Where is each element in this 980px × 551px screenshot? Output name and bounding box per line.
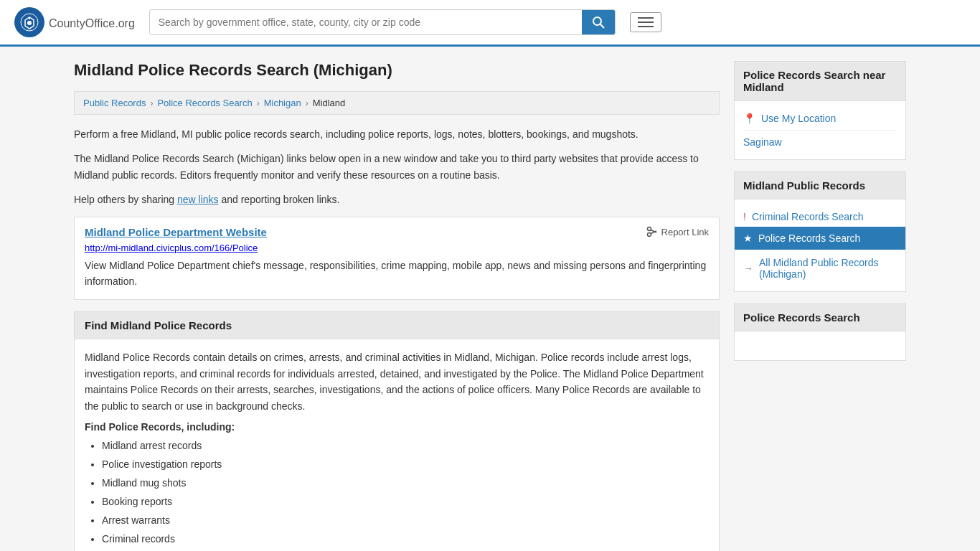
search-button[interactable]	[582, 10, 615, 34]
list-item: Criminal records	[102, 532, 709, 547]
breadcrumb-police-records-search[interactable]: Police Records Search	[157, 98, 252, 108]
search-icon	[592, 16, 605, 29]
hamburger-icon	[638, 17, 654, 19]
sidebar-public-records-body: ! Criminal Records Search ★ Police Recor…	[735, 199, 905, 291]
breadcrumb-current: Midland	[313, 98, 346, 108]
sidebar-separator	[743, 130, 897, 131]
sidebar-police-records-body	[735, 331, 905, 360]
new-links-link[interactable]: new links	[177, 194, 219, 205]
sidebar-nearby-body: 📍 Use My Location Saginaw	[735, 101, 905, 159]
link-card-url: http://mi-midland.civicplus.com/166/Poli…	[75, 242, 719, 258]
breadcrumb-michigan[interactable]: Michigan	[264, 98, 301, 108]
criminal-records-link[interactable]: Criminal Records Search	[752, 211, 864, 222]
sidebar-nearby-header: Police Records Search near Midland	[735, 62, 905, 101]
sidebar-item-police-records[interactable]: ★ Police Records Search	[735, 227, 905, 250]
sidebar-police-records-header: Police Records Search	[735, 304, 905, 331]
breadcrumb: Public Records › Police Records Search ›…	[74, 91, 720, 115]
link-card-description: View Midland Police Department chief's m…	[75, 258, 719, 300]
report-link-button[interactable]: Report Link	[646, 226, 709, 237]
sidebar-public-records-header: Midland Public Records	[735, 172, 905, 199]
sidebar-nearby-saginaw[interactable]: Saginaw	[743, 132, 897, 152]
breadcrumb-separator: ›	[257, 98, 260, 108]
breadcrumb-public-records[interactable]: Public Records	[83, 98, 146, 108]
hamburger-icon	[638, 22, 654, 23]
find-list: Midland arrest records Police investigat…	[85, 438, 709, 547]
find-section-text: Midland Police Records contain details o…	[85, 349, 709, 414]
list-item: Midland mug shots	[102, 476, 709, 491]
svg-point-1	[27, 21, 32, 25]
list-item: Booking reports	[102, 494, 709, 509]
alert-icon: !	[743, 211, 746, 222]
breadcrumb-separator: ›	[306, 98, 308, 108]
sidebar: Police Records Search near Midland 📍 Use…	[734, 61, 906, 551]
logo-text: CountyOffice.org	[49, 14, 135, 31]
sidebar-item-criminal-records[interactable]: ! Criminal Records Search	[743, 207, 897, 227]
link-card-url-link[interactable]: http://mi-midland.civicplus.com/166/Poli…	[85, 242, 258, 253]
link-card-header: Midland Police Department Website Report…	[75, 217, 719, 242]
find-section: Find Midland Police Records Midland Poli…	[74, 311, 720, 551]
location-pin-icon: 📍	[743, 113, 755, 124]
police-records-link[interactable]: Police Records Search	[758, 232, 860, 244]
find-section-body: Midland Police Records contain details o…	[74, 339, 720, 551]
star-icon: ★	[743, 232, 753, 244]
page-container: Midland Police Records Search (Michigan)…	[60, 47, 920, 551]
scissors-icon	[646, 226, 658, 237]
description-3: Help others by sharing new links and rep…	[74, 192, 720, 207]
list-item: Police investigation reports	[102, 457, 709, 472]
sidebar-police-records-box: Police Records Search	[734, 303, 906, 361]
find-section-header: Find Midland Police Records	[74, 311, 720, 339]
logo-icon	[14, 7, 44, 37]
arrow-icon: →	[743, 263, 753, 274]
description-2: The Midland Police Records Search (Michi…	[74, 151, 720, 183]
description-1: Perform a free Midland, MI public police…	[74, 126, 720, 142]
all-records-link[interactable]: All Midland Public Records (Michigan)	[759, 257, 897, 280]
use-my-location-link[interactable]: Use My Location	[761, 113, 836, 124]
link-card: Midland Police Department Website Report…	[74, 217, 720, 301]
search-bar	[149, 9, 616, 35]
link-card-title[interactable]: Midland Police Department Website	[85, 226, 267, 238]
page-title: Midland Police Records Search (Michigan)	[74, 61, 720, 80]
menu-button[interactable]	[630, 12, 661, 32]
main-content: Midland Police Records Search (Michigan)…	[74, 61, 720, 551]
sidebar-item-all-records[interactable]: → All Midland Public Records (Michigan)	[743, 253, 897, 284]
sidebar-nearby-box: Police Records Search near Midland 📍 Use…	[734, 61, 906, 160]
list-item: Midland arrest records	[102, 438, 709, 453]
search-input[interactable]	[150, 11, 582, 34]
header: CountyOffice.org	[0, 0, 980, 47]
svg-point-6	[647, 233, 651, 237]
breadcrumb-separator: ›	[150, 98, 153, 108]
list-item: Arrest warrants	[102, 513, 709, 528]
saginaw-link[interactable]: Saginaw	[743, 136, 782, 148]
logo-link[interactable]: CountyOffice.org	[14, 7, 135, 37]
sidebar-public-records-box: Midland Public Records ! Criminal Record…	[734, 171, 906, 292]
svg-point-5	[647, 227, 651, 231]
find-list-header: Find Police Records, including:	[85, 421, 709, 433]
hamburger-icon	[638, 26, 654, 27]
sidebar-use-location[interactable]: 📍 Use My Location	[743, 108, 897, 128]
svg-line-4	[600, 24, 603, 28]
